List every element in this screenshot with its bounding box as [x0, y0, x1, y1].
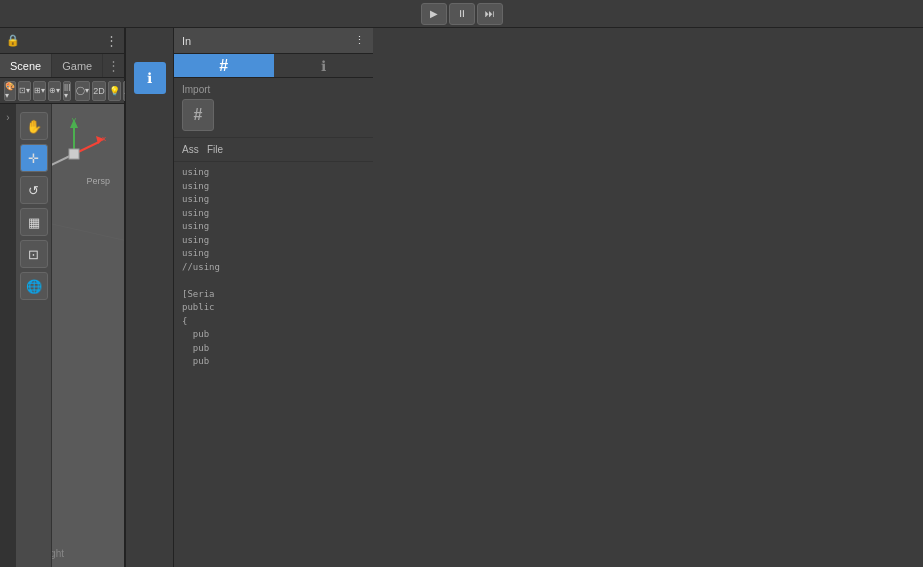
tab-more-icon[interactable]: ⋮	[107, 58, 124, 73]
object-dropdown[interactable]: ⊡▾	[18, 81, 31, 101]
extra-tool[interactable]: |||▾	[63, 81, 71, 101]
tab-hash[interactable]: #	[174, 54, 274, 77]
overlays-dropdown[interactable]: ⊞▾	[33, 81, 46, 101]
code-line-pub1: pub	[182, 328, 365, 342]
sphere-dropdown[interactable]: ◯▾	[75, 81, 90, 101]
play-button[interactable]: ▶	[421, 3, 447, 25]
extra-icon: |||▾	[64, 82, 70, 100]
scale-tool[interactable]: ▦	[20, 208, 48, 236]
watermark-text: CSDN @_thought	[52, 537, 64, 559]
code-line-public: public	[182, 301, 365, 315]
code-line-1: using	[182, 166, 365, 180]
custom-tool[interactable]: 🌐	[20, 272, 48, 300]
rect-tool[interactable]: ⊡	[20, 240, 48, 268]
code-line-4: using	[182, 207, 365, 221]
2d-button[interactable]: 2D	[92, 81, 106, 101]
pause-button[interactable]: ⏸	[449, 3, 475, 25]
assets-section: Ass File	[174, 138, 373, 162]
inspector-more-icon[interactable]: ⋮	[354, 34, 365, 47]
right-icon-panel: ℹ	[125, 28, 173, 567]
object-icon: ⊡▾	[19, 86, 30, 95]
sidebar-menu-icon[interactable]: ⋮	[105, 33, 118, 48]
scale-icon: ▦	[28, 215, 40, 230]
code-line-2: using	[182, 180, 365, 194]
custom-icon: 🌐	[26, 279, 42, 294]
code-line-3: using	[182, 193, 365, 207]
svg-text:x: x	[102, 134, 106, 143]
code-line-8: //using	[182, 261, 365, 275]
shading-icon: 🎨▾	[5, 82, 15, 100]
shading-dropdown[interactable]: 🎨▾	[4, 81, 16, 101]
svg-line-0	[52, 224, 124, 254]
import-section: Import #	[174, 78, 373, 138]
rotate-icon: ↺	[28, 183, 39, 198]
import-label: Import	[182, 84, 365, 95]
left-sidebar: 🔒 ⋮ Scene Game ⋮ 🎨▾ ⊡▾ ⊞▾ ⊕▾	[0, 28, 125, 567]
chevron-icon: ›	[6, 112, 9, 123]
assets-label: Ass File	[182, 144, 365, 155]
scene-game-tabbar: Scene Game ⋮	[0, 54, 124, 78]
code-area: using using using using using using usin…	[174, 162, 373, 373]
code-line-pub3: pub	[182, 355, 365, 369]
inspector-panel: In ⋮ # ℹ Import # Ass File	[173, 28, 373, 567]
scene-canvas: y x Persp Persp	[52, 104, 124, 567]
inspector-header: In ⋮	[174, 28, 373, 54]
code-line-5: using	[182, 220, 365, 234]
import-icon-btn[interactable]: #	[182, 99, 214, 131]
tab-game[interactable]: Game	[52, 54, 103, 77]
persp-text: Persp	[86, 176, 110, 186]
right-panel-top-btn[interactable]: ℹ	[134, 62, 166, 94]
rotate-tool[interactable]: ↺	[20, 176, 48, 204]
code-line-7: using	[182, 247, 365, 261]
pivot-dropdown[interactable]: ⊕▾	[48, 81, 61, 101]
code-line-brace: {	[182, 315, 365, 329]
light-icon: 💡	[109, 86, 120, 96]
light-button[interactable]: 💡	[108, 81, 121, 101]
code-line-pub2: pub	[182, 342, 365, 356]
scene-area: › ✋ ✛ ↺ ▦ ⊡ 🌐	[0, 104, 124, 567]
inspector-title: In	[182, 35, 191, 47]
hand-tool[interactable]: ✋	[20, 112, 48, 140]
hand-icon: ✋	[26, 119, 42, 134]
inspector-tabs: # ℹ	[174, 54, 373, 78]
pivot-icon: ⊕▾	[49, 86, 60, 95]
overlays-icon: ⊞▾	[34, 86, 45, 95]
lock-icon[interactable]: 🔒	[6, 34, 20, 47]
code-line-6: using	[182, 234, 365, 248]
viewport-toolbar-row: 🎨▾ ⊡▾ ⊞▾ ⊕▾ |||▾ ◯▾ 2D	[0, 78, 124, 104]
hash-icon: #	[219, 57, 228, 75]
tab-scene[interactable]: Scene	[0, 54, 52, 77]
top-playback-bar: ▶ ⏸ ⏭	[0, 0, 923, 28]
sidebar-header: 🔒 ⋮	[0, 28, 124, 54]
svg-text:y: y	[72, 115, 76, 124]
move-tool[interactable]: ✛	[20, 144, 48, 172]
move-icon: ✛	[28, 151, 39, 166]
2d-label: 2D	[93, 86, 105, 96]
rect-icon: ⊡	[28, 247, 39, 262]
info-icon: ℹ	[321, 58, 326, 74]
scene-tools-column: ✋ ✛ ↺ ▦ ⊡ 🌐	[16, 104, 52, 567]
code-line-serial: [Seria	[182, 288, 365, 302]
import-hash-icon: #	[194, 106, 203, 124]
tab-info[interactable]: ℹ	[274, 54, 374, 77]
main-layout: 🔒 ⋮ Scene Game ⋮ 🎨▾ ⊡▾ ⊞▾ ⊕▾	[0, 28, 923, 567]
left-panel-toggle[interactable]: ›	[0, 104, 16, 567]
sphere-icon: ◯▾	[76, 86, 89, 95]
code-line-blank	[182, 274, 365, 288]
svg-rect-18	[69, 149, 79, 159]
step-button[interactable]: ⏭	[477, 3, 503, 25]
